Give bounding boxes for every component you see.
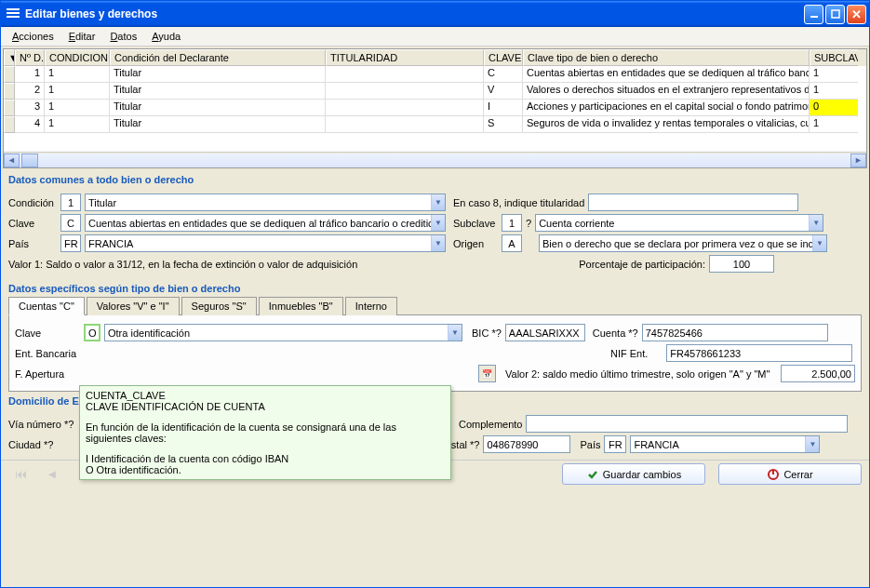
help-q[interactable]: ? bbox=[526, 218, 531, 229]
tooltip-l2: CLAVE IDENTIFICACIÓN DE CUENTA bbox=[86, 401, 445, 412]
chevron-down-icon[interactable]: ▼ bbox=[809, 215, 823, 231]
bic-input[interactable] bbox=[505, 324, 585, 341]
h-scrollbar[interactable]: ◄ ► bbox=[4, 152, 866, 167]
tab-valores[interactable]: Valores "V" e "I" bbox=[87, 297, 180, 315]
cuenta-label: Cuenta *? bbox=[593, 327, 638, 339]
tooltip-l4: I Identificación de la cuenta con código… bbox=[86, 453, 445, 464]
dom-pais-desc-select[interactable]: FRANCIA▼ bbox=[630, 435, 820, 453]
chevron-down-icon[interactable]: ▼ bbox=[448, 325, 462, 341]
caso8-input[interactable] bbox=[588, 194, 798, 211]
subclave-desc-select[interactable]: Cuenta corriente▼ bbox=[535, 214, 823, 232]
grid-col-cond[interactable]: CONDICION bbox=[45, 49, 110, 66]
app-window: Editar bienes y derechos ✕ Acciones Edit… bbox=[0, 0, 870, 588]
subclave-input[interactable] bbox=[502, 214, 522, 232]
origen-label: Origen bbox=[453, 238, 498, 249]
origen-input[interactable] bbox=[502, 234, 522, 252]
grid-body[interactable]: 11TitularCCuentas abiertas en entidades … bbox=[4, 66, 866, 152]
table-row[interactable]: 41TitularSSeguros de vida o invalidez y … bbox=[4, 116, 866, 133]
app-icon bbox=[7, 7, 21, 21]
compl-label: Complemento bbox=[459, 419, 522, 430]
tooltip-l5: O Otra identificación. bbox=[86, 464, 445, 475]
menu-ayuda[interactable]: Ayuda bbox=[144, 29, 188, 44]
clave-label: Clave bbox=[8, 218, 57, 229]
menu-acciones[interactable]: Acciones bbox=[5, 29, 61, 44]
tabs: Cuentas "C" Valores "V" e "I" Seguros "S… bbox=[8, 296, 862, 315]
calendar-icon[interactable]: 📅 bbox=[478, 365, 496, 382]
porc-label: Porcentaje de participación: bbox=[579, 259, 705, 270]
scroll-track[interactable] bbox=[20, 154, 850, 167]
menu-datos[interactable]: Datos bbox=[102, 29, 144, 44]
table-row[interactable]: 11TitularCCuentas abiertas en entidades … bbox=[4, 66, 866, 83]
condicion-label: Condición bbox=[8, 197, 57, 208]
cp-input[interactable] bbox=[483, 435, 570, 453]
close-button[interactable]: ✕ bbox=[847, 5, 866, 24]
tooltip-l3: En función de la identificación de la cu… bbox=[86, 421, 445, 453]
porc-input[interactable] bbox=[709, 255, 774, 273]
spec-clave-desc-select[interactable]: Otra identificación▼ bbox=[104, 324, 462, 341]
cerrar-button[interactable]: Cerrar bbox=[718, 463, 862, 485]
caso8-label: En caso 8, indique titularidad bbox=[453, 197, 584, 208]
grid-sel-header[interactable]: ▼ bbox=[4, 49, 15, 66]
cuenta-input[interactable] bbox=[642, 324, 828, 341]
ciudad-label: Ciudad *? bbox=[8, 439, 75, 450]
tab-cuentas[interactable]: Cuentas "C" bbox=[8, 297, 85, 315]
tooltip-l1: CUENTA_CLAVE bbox=[86, 390, 445, 401]
fap-label: F. Apertura bbox=[15, 368, 80, 380]
clave-input[interactable] bbox=[60, 214, 81, 232]
chevron-down-icon[interactable]: ▼ bbox=[812, 235, 826, 251]
svg-rect-4 bbox=[832, 10, 839, 18]
grid-col-sub[interactable]: SUBCLAV bbox=[810, 49, 858, 66]
nav-prev-button[interactable]: ◄ bbox=[40, 465, 64, 484]
nav-first-button[interactable]: ⏮ bbox=[8, 465, 33, 484]
scroll-left-button[interactable]: ◄ bbox=[4, 154, 20, 167]
maximize-button[interactable] bbox=[825, 5, 845, 24]
section-common: Condición Titular▼ En caso 8, indique ti… bbox=[1, 187, 869, 279]
spec-clave-input[interactable] bbox=[84, 324, 100, 341]
window-title: Editar bienes y derechos bbox=[25, 7, 804, 20]
clave-desc-select[interactable]: Cuentas abiertas en entidades que se ded… bbox=[85, 214, 446, 232]
table-row[interactable]: 31TitularIAcciones y participaciones en … bbox=[4, 100, 866, 116]
titlebar: Editar bienes y derechos ✕ bbox=[1, 1, 869, 27]
dom-pais-label: País bbox=[580, 439, 600, 450]
menu-editar[interactable]: Editar bbox=[61, 29, 103, 44]
origen-desc-select[interactable]: Bien o derecho que se declara por primer… bbox=[539, 234, 827, 252]
dom-pais-input[interactable] bbox=[604, 435, 626, 453]
scroll-right-button[interactable]: ► bbox=[850, 154, 866, 167]
condicion-input[interactable] bbox=[60, 194, 81, 211]
valor1-label: Valor 1: Saldo o valor a 31/12, en la fe… bbox=[8, 259, 357, 270]
grid-col-ctd[interactable]: Clave tipo de bien o derecho bbox=[523, 49, 810, 66]
section-common-title: Datos comunes a todo bien o derecho bbox=[1, 170, 869, 187]
svg-rect-3 bbox=[810, 16, 818, 18]
tab-interno[interactable]: Interno bbox=[345, 297, 397, 315]
chevron-down-icon[interactable]: ▼ bbox=[805, 436, 819, 452]
compl-input[interactable] bbox=[526, 415, 848, 433]
chevron-down-icon[interactable]: ▼ bbox=[431, 215, 445, 231]
guardar-button[interactable]: Guardar cambios bbox=[562, 463, 705, 485]
pais-label: País bbox=[8, 238, 57, 249]
nif-input[interactable] bbox=[666, 344, 852, 362]
tab-seguros[interactable]: Seguros "S" bbox=[181, 297, 257, 315]
grid-col-cdd[interactable]: Condición del Declarante bbox=[110, 49, 326, 66]
svg-rect-2 bbox=[7, 16, 20, 18]
svg-rect-0 bbox=[7, 8, 20, 10]
tab-inmuebles[interactable]: Inmuebles "B" bbox=[259, 297, 343, 315]
data-grid[interactable]: ▼ Nº D. CONDICION Condición del Declaran… bbox=[3, 48, 867, 168]
chevron-down-icon[interactable]: ▼ bbox=[431, 235, 445, 251]
pais-desc-select[interactable]: FRANCIA▼ bbox=[85, 234, 446, 252]
grid-col-tit[interactable]: TITULARIDAD bbox=[326, 49, 484, 66]
menubar: Acciones Editar Datos Ayuda bbox=[1, 27, 869, 47]
pais-input[interactable] bbox=[60, 234, 81, 252]
val2-input[interactable] bbox=[781, 365, 855, 382]
grid-col-nd[interactable]: Nº D. bbox=[15, 49, 45, 66]
grid-col-clave[interactable]: CLAVE bbox=[484, 49, 523, 66]
minimize-button[interactable] bbox=[804, 5, 823, 24]
chevron-down-icon[interactable]: ▼ bbox=[431, 194, 445, 210]
via-label: Vía número *? bbox=[8, 419, 75, 430]
save-icon bbox=[586, 468, 599, 481]
nif-label: NIF Ent. bbox=[610, 348, 648, 359]
grid-header: ▼ Nº D. CONDICION Condición del Declaran… bbox=[4, 49, 866, 66]
table-row[interactable]: 21TitularVValores o derechos situados en… bbox=[4, 83, 866, 100]
val2-label: Valor 2: saldo medio último trimestre, s… bbox=[505, 368, 770, 380]
condicion-desc-select[interactable]: Titular▼ bbox=[85, 194, 446, 211]
scroll-thumb[interactable] bbox=[21, 154, 38, 167]
